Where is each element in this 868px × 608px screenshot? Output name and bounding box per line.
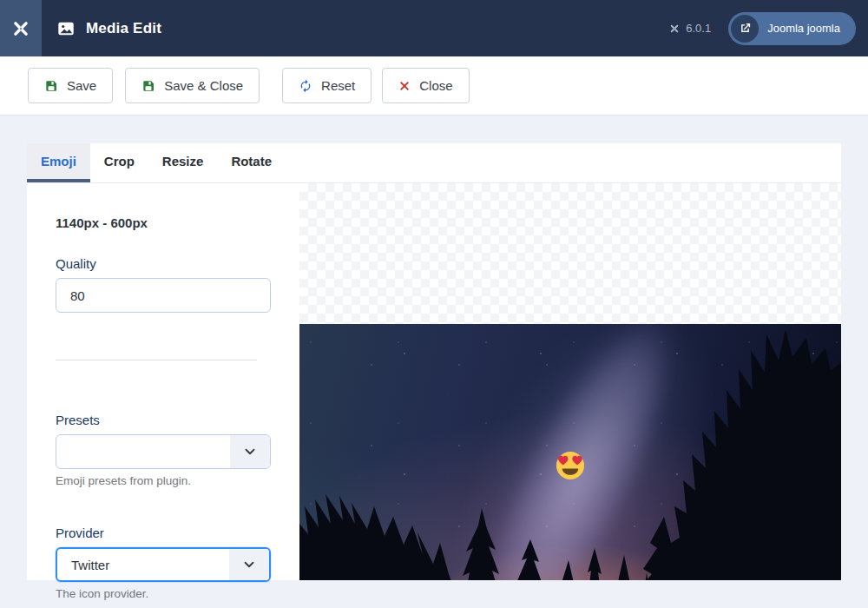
version-text: 6.0.1 <box>686 22 711 35</box>
presets-select-value <box>56 435 230 468</box>
provider-label: Provider <box>56 525 271 540</box>
close-button[interactable]: Close <box>382 68 469 103</box>
quality-label: Quality <box>56 256 271 271</box>
heart-eyes-emoji-overlay[interactable] <box>556 451 585 480</box>
save-icon <box>44 79 58 93</box>
media-edit-card: Emoji Crop Resize Rotate 1140px - 600px … <box>27 143 841 580</box>
presets-label: Presets <box>56 413 271 427</box>
app-header: Media Edit 6.0.1 Joomla joomla <box>0 0 868 56</box>
save-close-button[interactable]: Save & Close <box>125 68 260 103</box>
reset-label: Reset <box>321 78 355 93</box>
edit-toolbar: Save Save & Close Reset Close <box>0 56 868 116</box>
reset-button[interactable]: Reset <box>282 68 372 103</box>
page-title: Media Edit <box>86 20 161 37</box>
provider-select-value: Twitter <box>57 549 229 580</box>
joomla-logo-button[interactable] <box>0 0 42 56</box>
save-close-label: Save & Close <box>164 78 243 93</box>
close-label: Close <box>419 78 452 93</box>
provider-hint: The icon provider. <box>56 587 271 600</box>
chevron-down-icon <box>230 435 270 468</box>
tab-crop[interactable]: Crop <box>90 143 148 182</box>
presets-select[interactable] <box>56 434 271 469</box>
preview-image <box>299 324 841 580</box>
edit-tabs: Emoji Crop Resize Rotate <box>27 143 841 183</box>
version-badge: 6.0.1 <box>668 22 711 35</box>
presets-hint: Emoji presets from plugin. <box>56 474 271 487</box>
image-dimensions-label: 1140px - 600px <box>56 215 271 230</box>
account-menu-label: Joomla joomla <box>767 22 840 35</box>
save-icon <box>141 79 155 93</box>
panel-divider <box>56 360 257 360</box>
joomla-logo-icon <box>10 17 32 40</box>
external-link-icon <box>731 15 759 43</box>
image-preview-area[interactable] <box>299 183 841 580</box>
tab-rotate[interactable]: Rotate <box>217 143 286 182</box>
reset-sync-icon <box>299 79 312 93</box>
save-label: Save <box>67 78 96 93</box>
account-menu-button[interactable]: Joomla joomla <box>728 12 856 45</box>
quality-input[interactable] <box>56 278 271 313</box>
media-image-icon <box>56 19 76 38</box>
save-button[interactable]: Save <box>28 68 113 103</box>
tab-emoji[interactable]: Emoji <box>27 143 90 182</box>
tab-resize[interactable]: Resize <box>148 143 218 182</box>
emoji-settings-panel: 1140px - 600px Quality Presets Emoji pre… <box>27 183 299 580</box>
chevron-down-icon <box>229 549 269 580</box>
close-x-icon <box>398 80 411 92</box>
joomla-version-icon <box>668 23 681 35</box>
provider-select[interactable]: Twitter <box>56 547 271 582</box>
